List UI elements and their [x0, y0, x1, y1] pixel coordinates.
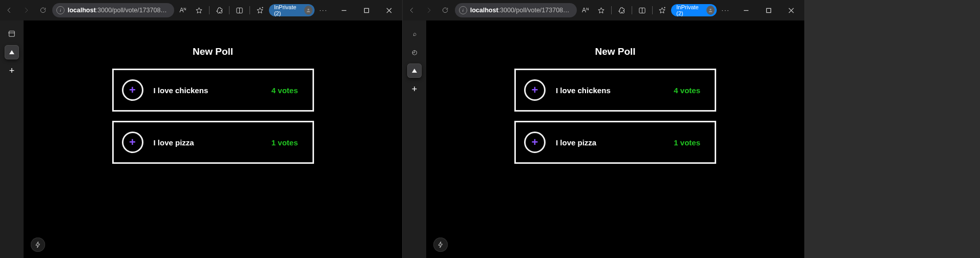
svg-rect-17 — [766, 8, 770, 12]
refresh-button[interactable] — [438, 2, 453, 18]
desktop-gap — [804, 0, 980, 258]
workspace-pin-icon[interactable]: ◴ — [407, 45, 422, 59]
vote-button[interactable]: + — [122, 132, 143, 153]
inprivate-indicator[interactable]: InPrivate (2) — [269, 4, 315, 16]
extensions-button[interactable] — [213, 3, 226, 18]
split-screen-button[interactable] — [635, 3, 649, 18]
svg-point-4 — [307, 9, 309, 10]
read-aloud-button[interactable]: Aᴺ — [579, 3, 593, 18]
vote-button[interactable]: + — [524, 132, 546, 153]
favorite-button[interactable] — [192, 3, 206, 18]
dev-indicator-icon[interactable] — [31, 238, 45, 252]
workspace-search-icon[interactable]: ⌕ — [407, 27, 422, 41]
minimize-button[interactable] — [735, 2, 757, 18]
more-button[interactable]: ··· — [719, 3, 733, 18]
more-button[interactable]: ··· — [317, 3, 330, 18]
browser-window-right: i localhost:3000/poll/vote/1737087696...… — [402, 0, 804, 258]
new-tab-button[interactable]: + — [407, 82, 422, 96]
window-controls — [332, 2, 400, 18]
inprivate-label: InPrivate (2) — [274, 4, 301, 16]
page-viewport: New Poll + I love chickens 4 votes + I l… — [426, 20, 804, 258]
poll-option-votes: 1 votes — [674, 138, 700, 147]
addr-separator — [652, 6, 653, 14]
site-info-icon[interactable]: i — [459, 6, 467, 14]
vertical-tab-strip: + — [0, 20, 24, 258]
addr-separator — [209, 6, 210, 14]
poll-option: + I love chickens 4 votes — [514, 69, 716, 112]
addr-separator — [229, 6, 230, 14]
addr-separator — [249, 6, 250, 14]
poll-option-label: I love pizza — [556, 138, 596, 147]
page-title: New Poll — [193, 46, 233, 57]
refresh-button[interactable] — [35, 2, 50, 18]
profile-avatar-icon — [304, 6, 312, 15]
addr-separator — [611, 6, 612, 14]
forward-button[interactable] — [422, 2, 436, 18]
back-button[interactable] — [2, 2, 17, 18]
poll-option-label: I love pizza — [154, 138, 194, 147]
dev-indicator-icon[interactable] — [433, 238, 448, 252]
tab-actions-icon[interactable] — [5, 27, 19, 41]
back-button[interactable] — [405, 2, 420, 18]
extensions-button[interactable] — [615, 3, 629, 18]
inprivate-indicator[interactable]: InPrivate (2) — [671, 4, 717, 16]
split-screen-button[interactable] — [233, 3, 246, 18]
poll-option: + I love pizza 1 votes — [112, 121, 314, 164]
inprivate-label: InPrivate (2) — [676, 4, 703, 16]
favorites-bar-button[interactable] — [655, 3, 669, 18]
page-viewport: New Poll + I love chickens 4 votes + I l… — [24, 20, 402, 258]
address-bar: i localhost:3000/poll/vote/1737087696...… — [403, 0, 804, 20]
favorite-button[interactable] — [594, 3, 608, 18]
poll-option-votes: 4 votes — [674, 86, 700, 95]
vertical-tab-strip: ⌕ ◴ + — [403, 20, 426, 258]
svg-rect-9 — [9, 31, 15, 37]
url-text: localhost:3000/poll/vote/1737087696... — [470, 7, 572, 14]
active-tab-triangle-icon[interactable] — [5, 45, 19, 59]
vote-button[interactable]: + — [122, 79, 143, 101]
poll-option-votes: 4 votes — [272, 86, 298, 95]
profile-avatar-icon — [706, 6, 715, 15]
poll-option: + I love pizza 1 votes — [514, 121, 716, 164]
address-bar: i localhost:3000/poll/vote/1737087696...… — [0, 0, 402, 20]
browser-window-left: i localhost:3000/poll/vote/1737087696...… — [0, 0, 402, 258]
close-button[interactable] — [378, 2, 400, 18]
page-title: New Poll — [595, 46, 635, 57]
minimize-button[interactable] — [332, 2, 355, 18]
addr-separator — [632, 6, 632, 14]
active-tab-triangle-icon[interactable] — [407, 63, 422, 78]
poll-option: + I love chickens 4 votes — [112, 69, 314, 112]
new-tab-button[interactable]: + — [5, 63, 19, 78]
poll-option-votes: 1 votes — [272, 138, 298, 147]
close-button[interactable] — [780, 2, 802, 18]
url-text: localhost:3000/poll/vote/1737087696... — [68, 7, 169, 14]
url-field[interactable]: i localhost:3000/poll/vote/1737087696... — [52, 3, 174, 17]
window-controls — [735, 2, 802, 18]
poll-option-label: I love chickens — [556, 86, 611, 95]
maximize-button[interactable] — [757, 2, 780, 18]
read-aloud-button[interactable]: Aᴺ — [176, 3, 190, 18]
svg-point-15 — [710, 9, 712, 10]
url-field[interactable]: i localhost:3000/poll/vote/1737087696... — [455, 3, 577, 17]
svg-rect-6 — [364, 8, 368, 12]
favorites-bar-button[interactable] — [253, 3, 267, 18]
maximize-button[interactable] — [355, 2, 378, 18]
poll-option-label: I love chickens — [154, 86, 208, 95]
site-info-icon[interactable]: i — [56, 6, 65, 14]
vote-button[interactable]: + — [524, 79, 546, 101]
forward-button[interactable] — [19, 2, 34, 18]
